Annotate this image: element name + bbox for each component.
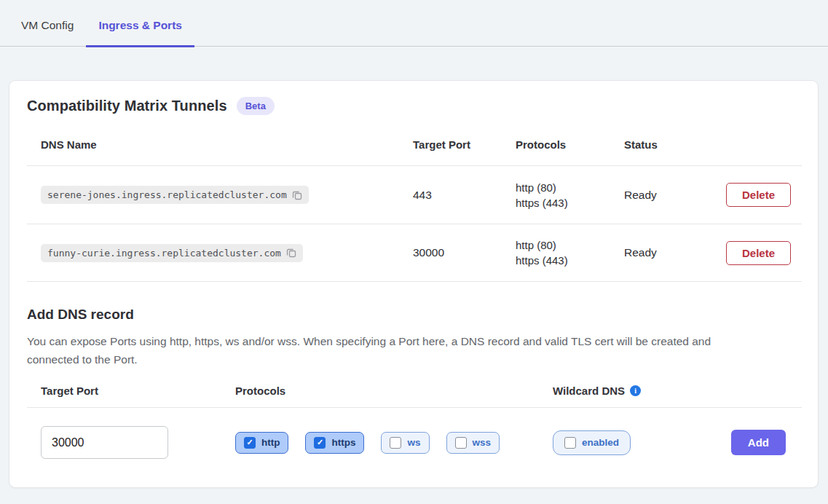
copy-icon[interactable]	[292, 190, 302, 200]
checkbox-http[interactable]: ✓ http	[235, 432, 288, 454]
tunnels-table: DNS Name Target Port Protocols Status se…	[27, 127, 802, 282]
tab-ingress-ports[interactable]: Ingress & Ports	[86, 0, 194, 47]
add-dns-title: Add DNS record	[27, 307, 802, 323]
tab-bar: VM Config Ingress & Ports	[0, 0, 828, 47]
checkbox-ws-box: ✓	[390, 437, 401, 449]
protocol-line: https (443)	[516, 253, 624, 268]
checkbox-wss[interactable]: ✓ wss	[446, 432, 500, 454]
protocols-cell: http (80) https (443)	[516, 237, 624, 268]
actions-cell: Delete	[726, 241, 807, 265]
target-port-input[interactable]	[41, 426, 168, 459]
add-dns-form-row: ✓ http ✓ https ✓ ws ✓ wss ✓	[27, 407, 802, 470]
status-cell: Ready	[624, 246, 726, 259]
status-cell: Ready	[624, 189, 726, 202]
dns-name-pill: serene-jones.ingress.replicatedcluster.c…	[41, 186, 309, 204]
tunnels-card: Compatibility Matrix Tunnels Beta DNS Na…	[9, 80, 819, 488]
col-header-status: Status	[624, 138, 726, 151]
checkbox-http-box: ✓	[244, 437, 256, 449]
checkbox-http-label: http	[261, 437, 280, 448]
checkbox-wss-label: wss	[473, 437, 492, 448]
target-port-field-cell	[41, 426, 235, 459]
label-target-port: Target Port	[41, 385, 235, 397]
checkbox-https-box: ✓	[314, 437, 326, 449]
protocol-checkbox-group: ✓ http ✓ https ✓ ws ✓ wss	[235, 432, 553, 454]
delete-button[interactable]: Delete	[726, 183, 791, 207]
table-row: serene-jones.ingress.replicatedcluster.c…	[27, 165, 802, 224]
actions-cell: Delete	[726, 183, 807, 207]
table-row: funny-curie.ingress.replicatedcluster.co…	[27, 224, 802, 282]
dns-name-text: serene-jones.ingress.replicatedcluster.c…	[47, 189, 287, 200]
label-wildcard-dns: Wildcard DNS i	[553, 385, 802, 397]
card-title-row: Compatibility Matrix Tunnels Beta	[27, 97, 802, 115]
col-header-target-port: Target Port	[413, 138, 516, 151]
target-port-cell: 30000	[413, 246, 516, 259]
card-title: Compatibility Matrix Tunnels	[27, 98, 227, 114]
checkbox-https[interactable]: ✓ https	[305, 432, 364, 454]
table-header-row: DNS Name Target Port Protocols Status	[27, 127, 802, 165]
beta-badge: Beta	[237, 97, 275, 115]
dns-name-cell: serene-jones.ingress.replicatedcluster.c…	[41, 186, 413, 204]
protocol-line: https (443)	[516, 195, 624, 210]
copy-icon[interactable]	[286, 248, 296, 258]
checkbox-https-label: https	[331, 437, 355, 448]
delete-button[interactable]: Delete	[726, 241, 791, 265]
checkbox-wildcard-box: ✓	[564, 437, 576, 449]
dns-name-cell: funny-curie.ingress.replicatedcluster.co…	[41, 244, 413, 262]
add-button[interactable]: Add	[731, 430, 786, 455]
protocol-line: http (80)	[516, 237, 624, 253]
add-dns-description: You can expose Ports using http, https, …	[27, 332, 762, 369]
wildcard-dns-label-text: Wildcard DNS	[553, 385, 625, 397]
tab-vm-config[interactable]: VM Config	[9, 0, 86, 47]
col-header-protocols: Protocols	[516, 138, 624, 151]
label-protocols: Protocols	[235, 385, 553, 397]
checkbox-ws[interactable]: ✓ ws	[381, 432, 429, 454]
dns-name-pill: funny-curie.ingress.replicatedcluster.co…	[41, 244, 303, 262]
add-dns-section: Add DNS record You can expose Ports usin…	[27, 307, 802, 487]
checkbox-wildcard-enabled[interactable]: ✓ enabled	[553, 430, 631, 455]
form-labels-row: Target Port Protocols Wildcard DNS i	[27, 385, 802, 407]
wildcard-and-submit-cell: ✓ enabled Add	[553, 430, 802, 455]
checkbox-wss-box: ✓	[455, 437, 467, 449]
dns-name-text: funny-curie.ingress.replicatedcluster.co…	[47, 248, 281, 259]
info-icon[interactable]: i	[630, 385, 641, 396]
protocol-line: http (80)	[516, 180, 624, 195]
checkbox-wildcard-label: enabled	[582, 437, 619, 448]
checkbox-ws-label: ws	[407, 437, 420, 448]
card-bottom-spacer	[27, 470, 802, 487]
protocols-cell: http (80) https (443)	[516, 180, 624, 210]
target-port-cell: 443	[413, 189, 516, 202]
col-header-dns-name: DNS Name	[41, 138, 413, 151]
